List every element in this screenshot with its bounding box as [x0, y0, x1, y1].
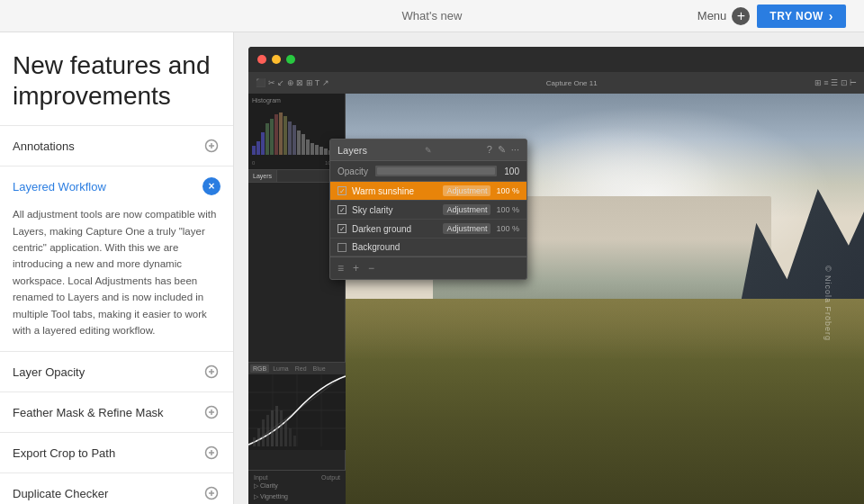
layer-name: Darken ground — [352, 224, 437, 234]
try-now-button[interactable]: TRY NOW › — [757, 4, 846, 28]
maximize-dot — [286, 55, 295, 64]
sidebar-item-label: Layer Opacity — [13, 365, 85, 379]
svg-rect-33 — [292, 125, 296, 155]
layer-percent: 100 % — [496, 186, 519, 195]
layers-settings-icon: ✎ — [498, 144, 506, 156]
svg-rect-59 — [289, 428, 292, 446]
layer-tab-layers: Layers — [248, 170, 277, 182]
svg-rect-36 — [306, 140, 310, 155]
sidebar-item-feather-mask[interactable]: Feather Mask & Refine Mask — [0, 392, 233, 432]
curve-tab-luma: Luma — [270, 364, 292, 373]
plus-circle-icon — [202, 444, 220, 462]
layer-name: Background — [352, 242, 519, 252]
close-dot — [257, 55, 266, 64]
sidebar-item-label: Annotations — [13, 140, 75, 153]
arrow-icon: › — [829, 9, 833, 23]
window-title: Capture One 11 — [546, 79, 598, 87]
svg-rect-52 — [257, 428, 260, 446]
sidebar-item-layered-workflow[interactable]: Layered Workflow × — [0, 166, 233, 206]
sidebar-item-label: Layered Workflow — [13, 180, 106, 194]
watermark: © Nicola Fröberg — [824, 266, 832, 341]
layers-remove-icon[interactable]: − — [368, 262, 374, 274]
vignetting-label: ▷ Vignetting — [254, 493, 288, 500]
sidebar-item-duplicate-checker[interactable]: Duplicate Checker — [0, 472, 233, 504]
input-label: Input — [254, 474, 268, 481]
layer-item-sky-clarity[interactable]: ✓ Sky clarity Adjustment 100 % — [330, 201, 526, 220]
sidebar: New features and improvements Annotation… — [0, 32, 234, 504]
layer-item-background[interactable]: Background — [330, 238, 526, 256]
layers-brush-icon[interactable]: ≡ — [338, 262, 344, 274]
svg-rect-55 — [271, 410, 274, 446]
close-active-icon: × — [202, 177, 220, 195]
curve-tab-blue: Blue — [310, 364, 328, 373]
svg-rect-25 — [256, 141, 260, 155]
layer-checkbox[interactable] — [338, 243, 346, 252]
svg-rect-57 — [280, 410, 283, 446]
histogram-range: 0 1000 s — [252, 160, 341, 166]
layer-checkbox[interactable]: ✓ — [338, 205, 346, 214]
adj-input-output: Input Output — [254, 474, 340, 481]
top-nav: What's new Menu + TRY NOW › — [0, 0, 864, 32]
svg-rect-56 — [275, 406, 278, 446]
toolbar-icons: ⬛ ✂ ↙ ⊕ ⊠ ⊞ T ↗ — [256, 78, 329, 87]
sidebar-item-export-crop[interactable]: Export Crop to Path — [0, 432, 233, 472]
layer-item-warm-sunshine[interactable]: ✓ Warm sunshine Adjustment 100 % — [330, 182, 526, 201]
svg-rect-29 — [274, 114, 278, 155]
layers-add-icon[interactable]: + — [353, 262, 359, 274]
plus-circle-icon — [202, 137, 220, 155]
menu-plus-icon: + — [732, 7, 750, 25]
clarity-row: ▷ Clarity — [254, 482, 340, 490]
vignetting-row: ▷ Vignetting — [254, 493, 340, 500]
layer-checkbox[interactable]: ✓ — [338, 186, 346, 195]
layer-name: Warm sunshine — [352, 186, 437, 196]
minimize-dot — [272, 55, 281, 64]
layer-name: Sky clarity — [352, 205, 437, 215]
svg-rect-60 — [293, 436, 296, 446]
svg-rect-28 — [270, 119, 274, 155]
svg-rect-38 — [315, 145, 319, 155]
plus-circle-icon — [202, 484, 220, 502]
nav-title: What's new — [402, 9, 463, 22]
svg-rect-53 — [262, 419, 265, 446]
layers-edit-icon: ✎ — [425, 146, 432, 155]
window-chrome — [248, 47, 864, 72]
layers-more-icon: ··· — [511, 144, 519, 156]
svg-rect-24 — [252, 146, 256, 155]
svg-rect-31 — [284, 116, 287, 155]
adjustments-panel: Input Output ▷ Clarity ▷ Vignetting — [248, 470, 346, 504]
sidebar-item-layer-opacity[interactable]: Layer Opacity — [0, 351, 233, 392]
svg-rect-58 — [284, 419, 287, 446]
svg-rect-30 — [279, 112, 283, 155]
layers-help-icon: ? — [487, 144, 492, 156]
opacity-slider[interactable] — [375, 166, 497, 176]
layer-percent: 100 % — [496, 205, 519, 214]
layer-badge: Adjustment — [443, 204, 490, 215]
svg-rect-40 — [324, 148, 328, 155]
sidebar-item-annotations[interactable]: Annotations — [0, 125, 233, 166]
menu-button[interactable]: Menu + — [698, 7, 751, 25]
curve-tab-rgb: RGB — [250, 364, 269, 373]
curve-tabs: RGB Luma Red Blue — [248, 363, 346, 374]
svg-rect-39 — [320, 147, 323, 155]
right-toolbar-icons: ⊞ ≡ ☰ ⊡ ⊢ — [814, 78, 857, 87]
content-area: ⬛ ✂ ↙ ⊕ ⊠ ⊞ T ↗ Capture One 11 ⊞ ≡ ☰ ⊡ ⊢ — [234, 32, 864, 504]
layers-header-icons: ? ✎ ··· — [487, 144, 519, 156]
layer-checkbox[interactable]: ✓ — [338, 224, 346, 233]
menu-label: Menu — [698, 9, 727, 22]
histogram-chart — [252, 105, 338, 155]
svg-rect-27 — [266, 123, 269, 155]
output-label: Output — [321, 474, 340, 481]
opacity-row: Opacity 100 — [330, 161, 526, 182]
svg-rect-37 — [310, 143, 314, 155]
layer-badge: Adjustment — [443, 223, 490, 234]
expanded-description: All adjustment tools are now compatible … — [13, 206, 220, 338]
svg-rect-35 — [302, 134, 305, 155]
layer-item-darken-ground[interactable]: ✓ Darken ground Adjustment 100 % — [330, 220, 526, 238]
svg-rect-34 — [297, 130, 301, 155]
app-screenshot: ⬛ ✂ ↙ ⊕ ⊠ ⊞ T ↗ Capture One 11 ⊞ ≡ ☰ ⊡ ⊢ — [248, 47, 864, 504]
curve-tab-red: Red — [292, 364, 310, 373]
layer-badge: Adjustment — [443, 185, 490, 196]
layers-panel-title: Layers — [338, 145, 367, 156]
layers-panel-header: Layers ✎ ? ✎ ··· — [330, 140, 526, 161]
curve-panel: RGB Luma Red Blue — [248, 362, 346, 450]
